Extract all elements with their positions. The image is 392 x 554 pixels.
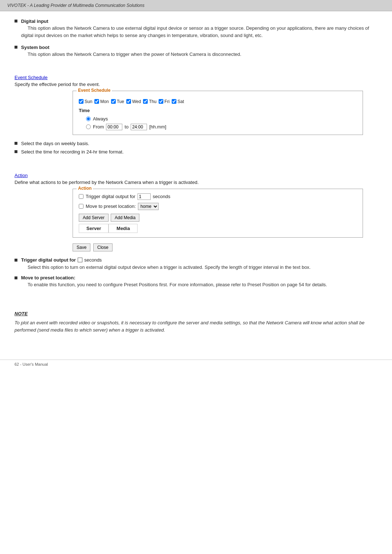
media-col-header: Media — [109, 224, 138, 233]
day-thu-label: Thu — [149, 99, 156, 104]
bullet-icon — [15, 20, 17, 22]
page-footer: 62 - User's Manual — [0, 360, 392, 369]
day-sun-checkbox[interactable] — [79, 99, 83, 104]
day-wed: Wed — [126, 99, 141, 104]
bullet-days-weekly: Select the days on weekly basis. — [15, 141, 377, 146]
day-sat-label: Sat — [177, 99, 184, 104]
trigger-digital-input[interactable] — [138, 193, 151, 200]
radio-always-label: Always — [93, 116, 108, 122]
move-preset-bullet-title: Move to preset location: — [21, 275, 377, 280]
time-label: Time — [79, 108, 357, 113]
time-to-input[interactable] — [131, 124, 147, 130]
system-boot-body: This option allows the Network Camera to… — [28, 52, 241, 57]
day-fri: Fri — [159, 99, 170, 104]
add-server-media-row: Add Server Add Media — [79, 214, 357, 222]
bullet-move-preset-section: Move to preset location: To enable this … — [15, 275, 377, 288]
day-sun-label: Sun — [85, 99, 92, 104]
event-schedule-link-row: Event Schedule — [15, 75, 377, 80]
day-mon-checkbox[interactable] — [94, 99, 99, 104]
action-legend: Action — [77, 186, 93, 191]
bullet-icon — [15, 46, 17, 49]
add-server-button[interactable]: Add Server — [79, 214, 109, 222]
action-panel: Action Trigger digital output for second… — [73, 189, 363, 238]
bullet-time-24: Select the time for recording in 24-hr t… — [15, 149, 377, 155]
action-desc: Define what actions to be performed by t… — [15, 180, 377, 185]
event-schedule-panel: Event Schedule Sun Mon Tue Wed Thu — [73, 91, 363, 135]
bullet-days-text: Select the days on weekly basis. — [21, 141, 89, 146]
trigger-digital-suffix: seconds — [153, 194, 170, 199]
day-wed-checkbox[interactable] — [126, 99, 131, 104]
day-sat-checkbox[interactable] — [172, 99, 176, 104]
trigger-checkbox-icon — [78, 258, 82, 262]
action-link-row: Action — [15, 173, 377, 178]
server-media-header: Server Media — [79, 224, 357, 233]
system-boot-section: System boot This option allows the Netwo… — [15, 45, 377, 58]
trigger-digital-bullet-title: Trigger digital output for — [21, 257, 76, 263]
system-boot-title: System boot — [21, 45, 377, 50]
close-button[interactable]: Close — [93, 243, 113, 251]
bullet-trigger-digital-section: Trigger digital output for seconds Selec… — [15, 257, 377, 271]
days-row: Sun Mon Tue Wed Thu Fri — [79, 99, 357, 104]
day-tue-label: Tue — [117, 99, 124, 104]
footer-text: 62 - User's Manual — [15, 362, 48, 366]
day-mon: Mon — [94, 99, 109, 104]
time-from-input[interactable] — [106, 124, 122, 130]
note-text: To plot an event with recorded video or … — [15, 319, 377, 335]
to-label: to — [124, 124, 128, 130]
radio-from-label: From — [93, 124, 104, 130]
bullet-icon — [15, 276, 17, 279]
trigger-digital-bullet-suffix: seconds — [84, 257, 102, 263]
trigger-digital-row: Trigger digital output for seconds — [79, 193, 357, 200]
day-thu-checkbox[interactable] — [143, 99, 148, 104]
radio-always-row: Always — [86, 116, 357, 122]
day-thu: Thu — [143, 99, 156, 104]
move-preset-checkbox[interactable] — [79, 204, 83, 209]
event-schedule-legend: Event Schedule — [77, 88, 112, 93]
day-tue-checkbox[interactable] — [111, 99, 116, 104]
digital-input-section: Digital input This option allows the Net… — [15, 19, 377, 39]
day-sat: Sat — [172, 99, 184, 104]
time-format-label: [hh.mm] — [149, 124, 166, 130]
action-link[interactable]: Action — [15, 173, 28, 178]
server-col-header: Server — [79, 224, 109, 233]
move-preset-row: Move to preset location: home — [79, 203, 357, 210]
move-preset-bullet-body: To enable this function, you need to con… — [28, 282, 327, 287]
bullet-icon — [15, 259, 17, 262]
radio-always[interactable] — [86, 116, 91, 121]
bullet-time-text: Select the time for recording in 24-hr t… — [21, 149, 124, 155]
day-wed-label: Wed — [132, 99, 141, 104]
save-button[interactable]: Save — [73, 243, 90, 251]
day-fri-checkbox[interactable] — [159, 99, 163, 104]
preset-select[interactable]: home — [138, 203, 159, 210]
radio-from-row: From to [hh.mm] — [86, 124, 357, 130]
move-preset-label: Move to preset location: — [86, 204, 136, 209]
save-close-row: Save Close — [73, 243, 377, 251]
event-schedule-desc: Specify the effective period for the eve… — [15, 82, 377, 87]
note-section: NOTE To plot an event with recorded vide… — [15, 311, 377, 335]
header-text: VIVOTEK - A Leading Provider of Multimed… — [7, 3, 144, 8]
bullet-icon — [15, 150, 17, 153]
day-mon-label: Mon — [100, 99, 109, 104]
trigger-digital-bullet-body: Select this option to turn on external d… — [28, 264, 311, 270]
trigger-digital-checkbox[interactable] — [79, 194, 83, 199]
day-sun: Sun — [79, 99, 92, 104]
radio-from[interactable] — [86, 124, 91, 129]
bullet-icon — [15, 142, 17, 145]
day-tue: Tue — [111, 99, 124, 104]
digital-input-body: This option allows the Network Camera to… — [21, 25, 369, 38]
trigger-digital-label: Trigger digital output for — [86, 194, 135, 199]
digital-input-title: Digital input — [21, 19, 377, 24]
note-title: NOTE — [15, 311, 377, 316]
add-media-button[interactable]: Add Media — [111, 214, 139, 222]
event-schedule-link[interactable]: Event Schedule — [15, 75, 48, 80]
page-header: VIVOTEK - A Leading Provider of Multimed… — [0, 0, 392, 11]
day-fri-label: Fri — [164, 99, 170, 104]
